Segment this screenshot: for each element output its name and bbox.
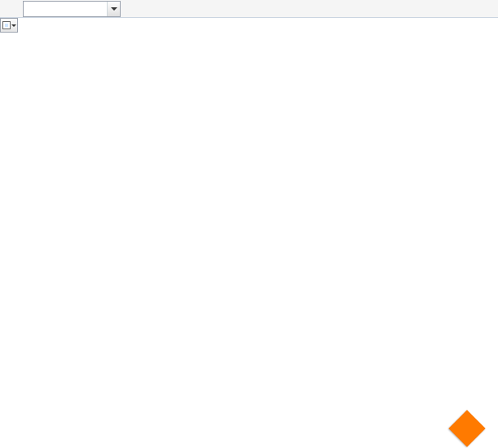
logo-icon (448, 410, 485, 446)
watermark-brand (454, 415, 485, 441)
chevron-down-icon (11, 24, 16, 27)
formula-area (127, 2, 152, 16)
clipboard-icon (2, 21, 11, 29)
autofill-options-button[interactable] (0, 18, 18, 33)
fx-icon[interactable] (127, 2, 143, 16)
formula-bar (0, 0, 498, 18)
name-box[interactable] (23, 1, 121, 17)
chevron-down-icon (111, 7, 117, 11)
watermark (449, 415, 490, 441)
name-box-dropdown[interactable] (107, 2, 120, 16)
